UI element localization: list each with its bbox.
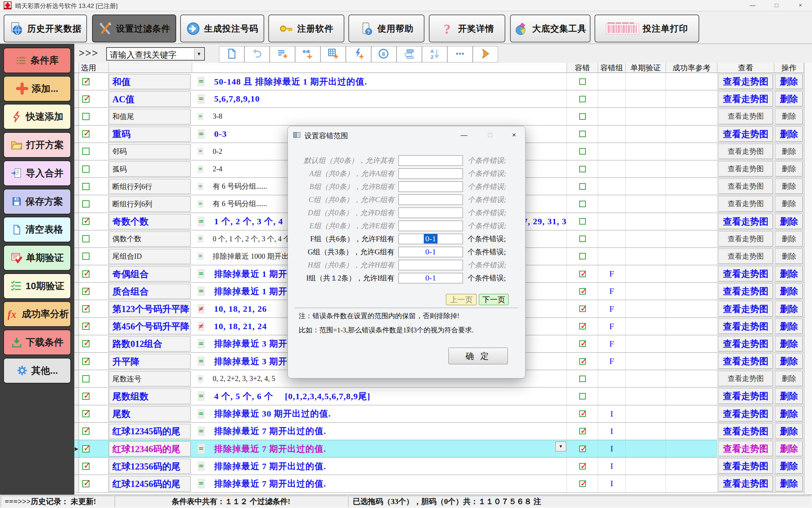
view-trend-button[interactable]: 查看走势图 [718,458,773,474]
group-error-count-input[interactable] [398,221,463,231]
condition-name-button[interactable]: 红球12346码的尾 [109,441,191,456]
window-minimize-button[interactable]: — [741,0,764,11]
delete-button[interactable]: 删除 [775,126,803,142]
condition-name-button[interactable]: 偶数个数 [109,232,191,247]
group-error-count-input[interactable]: 0-1 [398,247,463,257]
delete-button[interactable]: 删除 [775,231,803,247]
condition-name-button[interactable]: AC值 [109,91,191,107]
view-trend-button[interactable]: 查看走势图 [718,283,773,299]
condition-name-button[interactable]: 红球12345码的尾 [109,424,191,439]
delete-button[interactable]: 删除 [775,301,803,316]
view-trend-button[interactable]: 查看走势图 [718,249,773,264]
delete-button[interactable]: 删除 [775,476,803,491]
row-select-checkbox[interactable] [82,218,90,225]
condition-name-button[interactable]: 第456个号码升平降 [109,319,191,334]
tolerance-checkbox[interactable] [579,218,586,225]
row-select-checkbox[interactable] [82,78,90,85]
sidebar-item-single-verify-icon[interactable]: 单期验证 [3,245,71,271]
ok-button[interactable]: 确 定 [448,348,508,364]
group-error-count-input[interactable]: 0-1 [398,234,463,244]
dialog-close-button[interactable]: × [508,129,521,141]
sidebar-item-save-floppy-icon[interactable]: 保存方案 [3,189,71,214]
row-select-checkbox[interactable] [82,165,90,173]
condition-name-button[interactable]: 路数012组合 [109,336,191,352]
tolerance-checkbox[interactable] [579,376,586,382]
delete-button[interactable]: 删除 [775,161,803,177]
group-error-count-input[interactable] [398,181,463,192]
condition-name-button[interactable]: 邻码 [109,144,191,159]
mini-toolbar-button-undo-icon[interactable] [244,46,270,62]
toolbar-button-draw-details-icon[interactable]: ?开奖详情 [429,15,505,42]
tolerance-checkbox[interactable] [579,358,586,365]
tolerance-checkbox[interactable] [579,78,586,85]
tolerance-checkbox[interactable] [579,235,586,242]
delete-button[interactable]: 删除 [775,144,803,159]
row-select-checkbox[interactable] [82,445,90,452]
row-select-checkbox[interactable] [82,113,90,120]
view-trend-button[interactable]: 查看走势图 [718,196,773,212]
group-error-count-input[interactable] [398,155,463,166]
tolerance-checkbox[interactable] [579,96,586,102]
row-select-checkbox[interactable] [82,148,90,155]
view-trend-button[interactable]: 查看走势图 [718,301,773,316]
row-select-checkbox[interactable] [82,480,90,487]
tolerance-checkbox[interactable] [579,183,586,190]
condition-name-button[interactable]: 尾数组数 [109,389,191,404]
row-select-checkbox[interactable] [82,130,90,138]
toolbar-button-history-data-icon[interactable]: 历史开奖数据 [4,15,87,42]
sidebar-item-quick-add-icon[interactable]: 快速添加 [3,104,71,130]
condition-name-button[interactable]: 断组行列6列 [109,196,191,212]
condition-name-button[interactable]: 奇偶组合 [109,266,191,282]
sidebar-item-success-rate-icon[interactable]: fx成功率分析 [3,301,71,327]
row-select-checkbox[interactable] [82,305,90,312]
view-trend-button[interactable]: 查看走势图 [718,126,773,142]
delete-button[interactable]: 删除 [775,91,803,107]
condition-name-button[interactable]: 和值 [109,74,191,89]
view-trend-button[interactable]: 查看走势图 [718,179,773,194]
view-trend-button[interactable]: 查看走势图 [718,214,773,229]
condition-name-button[interactable]: 升平降 [109,354,191,369]
tolerance-checkbox[interactable] [579,253,586,259]
row-select-checkbox[interactable] [82,288,90,295]
tolerance-checkbox[interactable] [579,288,586,295]
delete-button[interactable]: 删除 [775,406,803,422]
sidebar-item-condition-library-icon[interactable]: 条件库 [3,48,71,73]
row-select-checkbox[interactable] [82,427,90,435]
collapse-chevrons[interactable]: >>> [79,47,98,59]
mini-toolbar-button-new-doc-icon[interactable] [219,46,244,62]
sidebar-item-clear-table-icon[interactable]: 清空表格 [3,217,71,242]
delete-button[interactable]: 删除 [775,196,803,212]
delete-button[interactable]: 删除 [775,336,803,352]
mini-toolbar-button-lightning-add-icon[interactable] [346,46,371,62]
delete-button[interactable]: 删除 [775,353,803,369]
toolbar-button-filter-settings-icon[interactable]: 设置过滤条件 [92,15,176,42]
view-trend-button[interactable]: 查看走势图 [718,74,773,89]
group-error-count-input[interactable] [398,168,463,179]
tolerance-checkbox[interactable] [579,428,586,434]
sidebar-item-gear-icon[interactable]: 其他... [3,358,71,384]
tolerance-checkbox[interactable] [579,410,586,417]
group-error-count-input[interactable] [398,260,463,270]
condition-name-button[interactable]: 和值尾 [109,109,191,124]
view-trend-button[interactable]: 查看走势图 [718,91,773,107]
view-trend-button[interactable]: 查看走势图 [718,231,773,247]
group-error-count-input[interactable]: 0-1 [398,273,463,283]
tolerance-checkbox[interactable] [579,131,586,137]
sidebar-item-import-merge-icon[interactable]: 导入合并 [3,160,71,186]
mini-toolbar-button-odd-even-add-icon[interactable]: 奇偶 [295,46,320,62]
condition-name-button[interactable]: 孤码 [109,161,191,177]
tolerance-checkbox[interactable] [579,393,586,400]
group-error-count-input[interactable] [398,208,463,218]
delete-button[interactable]: 删除 [775,108,803,124]
window-close-button[interactable]: × [789,0,812,11]
view-trend-button[interactable]: 查看走势图 [718,406,773,422]
delete-button[interactable]: 删除 [775,74,803,89]
tolerance-checkbox[interactable] [579,201,586,207]
row-select-checkbox[interactable] [82,200,90,208]
row-select-checkbox[interactable] [82,463,90,470]
window-maximize-button[interactable]: □ [765,0,788,11]
delete-button[interactable]: 删除 [775,214,803,229]
toolbar-button-help-icon[interactable]: ?使用帮助 [348,15,424,42]
row-select-checkbox[interactable] [82,253,90,260]
search-input[interactable]: 请输入查找关键字 [110,49,177,61]
